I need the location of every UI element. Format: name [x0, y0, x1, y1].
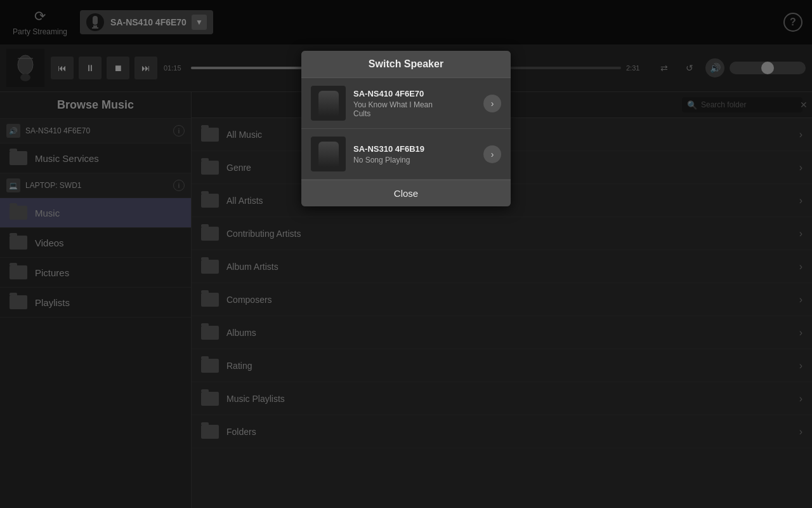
speaker-line2-0: Cults — [353, 109, 476, 118]
modal-overlay: Switch Speaker SA-NS410 4F6E70 You Know … — [0, 0, 812, 508]
speaker-thumbnail-1 — [311, 137, 346, 171]
speaker-thumbnail-0 — [311, 86, 346, 121]
speaker-shape-1 — [318, 142, 339, 167]
speaker-item-0[interactable]: SA-NS410 4F6E70 You Know What I Mean Cul… — [301, 78, 511, 129]
modal-close-button[interactable]: Close — [301, 180, 511, 206]
switch-speaker-modal: Switch Speaker SA-NS410 4F6E70 You Know … — [301, 51, 511, 206]
speaker-item-1[interactable]: SA-NS310 4F6B19 No Song Playing › — [301, 129, 511, 180]
speaker-line1-0: You Know What I Mean — [353, 100, 476, 109]
speaker-go-button-0[interactable]: › — [483, 95, 501, 112]
speaker-name-1: SA-NS310 4F6B19 — [353, 144, 476, 154]
speaker-shape-0 — [318, 91, 339, 116]
speaker-name-0: SA-NS410 4F6E70 — [353, 89, 476, 98]
speaker-details-1: SA-NS310 4F6B19 No Song Playing — [353, 144, 476, 164]
modal-title: Switch Speaker — [301, 51, 511, 78]
speaker-go-button-1[interactable]: › — [483, 145, 501, 163]
speaker-line1-1: No Song Playing — [353, 156, 476, 164]
speaker-details-0: SA-NS410 4F6E70 You Know What I Mean Cul… — [353, 89, 476, 118]
